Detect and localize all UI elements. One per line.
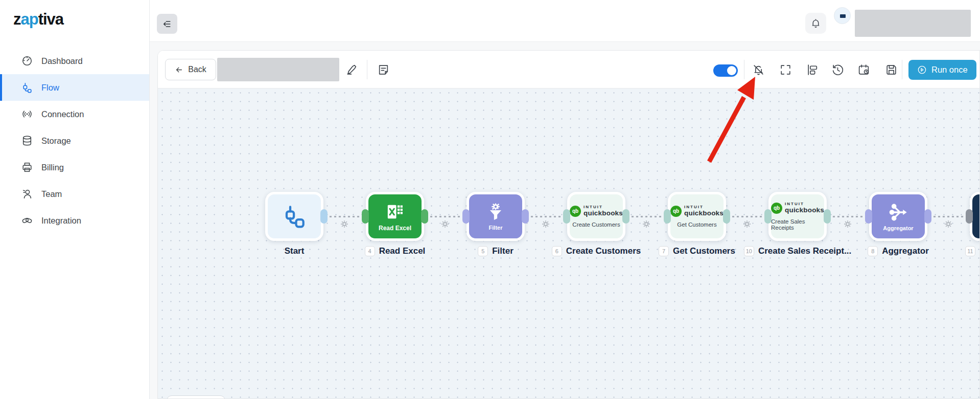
connector: [934, 216, 964, 217]
node-create-customers[interactable]: qb INTUITquickbooks Create Customers: [567, 192, 625, 241]
input-port[interactable]: [563, 209, 570, 224]
input-port[interactable]: [865, 209, 872, 224]
schedule-button[interactable]: [855, 61, 872, 78]
output-port[interactable]: [723, 209, 730, 224]
notification-bell-button[interactable]: [805, 13, 826, 34]
output-port[interactable]: [622, 209, 629, 224]
notes-button[interactable]: [375, 61, 392, 78]
card-caption: Aggregator: [883, 225, 913, 231]
sidebar-collapse-button[interactable]: [157, 14, 177, 34]
quickbooks-logo: qb INTUITquickbooks: [670, 205, 724, 217]
card-caption: Read Excel: [379, 225, 411, 232]
node-number-badge: 5: [478, 246, 488, 256]
flow-enabled-toggle[interactable]: [713, 64, 738, 77]
card-caption: Get Customers: [677, 221, 716, 228]
node-create-sales-receipts[interactable]: qb INTUITquickbooks Create Sales Receipt…: [768, 192, 827, 241]
connector-gear-icon[interactable]: [441, 220, 449, 228]
edit-title-button[interactable]: [343, 61, 360, 78]
sidebar-item-label: Storage: [41, 136, 71, 146]
sidebar-item-flow[interactable]: Flow: [0, 74, 149, 101]
input-port[interactable]: [764, 209, 772, 224]
connector: [330, 216, 360, 217]
input-port[interactable]: [462, 209, 470, 224]
toolbar-divider: [367, 60, 367, 79]
connector: [632, 216, 662, 217]
connector-gear-icon[interactable]: [340, 220, 348, 228]
auto-align-icon: [806, 63, 819, 76]
fullscreen-icon: [779, 63, 792, 76]
connector: [833, 216, 863, 217]
connection-icon: [21, 108, 33, 120]
connector-gear-icon[interactable]: [844, 220, 852, 228]
quickbooks-monogram-icon: qb: [670, 206, 682, 217]
back-button[interactable]: Back: [165, 59, 216, 80]
node-aggregator[interactable]: Aggregator: [869, 192, 927, 241]
redacted-flow-title: [217, 58, 339, 81]
input-port[interactable]: [664, 209, 671, 224]
sidebar-item-team[interactable]: Team: [0, 181, 149, 207]
node-number-badge: 8: [868, 246, 878, 256]
app-window: zaptiva Dashboard Flow Connection Storag…: [0, 0, 980, 399]
save-button[interactable]: [882, 61, 900, 78]
card-caption: Create Sales Receipts: [771, 218, 824, 231]
team-icon: [21, 188, 33, 199]
output-port[interactable]: [824, 209, 831, 224]
connector-gear-icon[interactable]: [542, 220, 550, 228]
quickbooks-monogram-icon: qb: [570, 206, 581, 217]
integration-icon: [21, 215, 33, 226]
canvas-zoom-control[interactable]: [167, 395, 225, 399]
sidebar-item-label: Dashboard: [41, 56, 83, 66]
toolbar-divider: [744, 60, 744, 79]
sidebar-item-label: Connection: [41, 109, 84, 119]
node-filter[interactable]: Filter: [466, 192, 525, 241]
connector: [531, 216, 561, 217]
billing-icon: [21, 162, 33, 173]
node-get-customers[interactable]: qb INTUITquickbooks Get Customers: [668, 192, 726, 241]
sidebar-item-storage[interactable]: Storage: [0, 127, 149, 154]
output-port[interactable]: [924, 209, 931, 224]
storage-icon: [21, 135, 33, 146]
notifications-off-button[interactable]: [750, 61, 767, 78]
history-button[interactable]: [829, 61, 846, 78]
notification-bell-icon: [810, 18, 821, 29]
start-flow-icon: [283, 205, 306, 228]
redacted-user-identity: [855, 10, 971, 37]
node-clipped[interactable]: [970, 192, 980, 241]
node-read-excel[interactable]: Read Excel: [366, 192, 424, 241]
back-label: Back: [188, 65, 206, 74]
connector: [732, 216, 762, 217]
node-number-badge: 6: [552, 246, 562, 256]
sidebar-item-connection[interactable]: Connection: [0, 101, 149, 127]
node-start[interactable]: [265, 192, 323, 241]
connector-gear-icon[interactable]: [944, 220, 952, 228]
output-port[interactable]: [522, 209, 529, 224]
node-label-aggregator: 8Aggregator: [822, 246, 975, 256]
run-once-button[interactable]: Run once: [908, 60, 976, 80]
run-once-label: Run once: [931, 65, 968, 75]
sidebar-menu: Dashboard Flow Connection Storage Billin…: [0, 48, 149, 234]
connector-gear-icon[interactable]: [743, 220, 751, 228]
quickbooks-monogram-icon: qb: [771, 203, 782, 214]
sidebar-item-label: Integration: [41, 216, 81, 226]
connector-gear-icon[interactable]: [642, 220, 650, 228]
notes-icon: [377, 63, 390, 76]
save-icon: [885, 63, 898, 76]
input-port[interactable]: [362, 209, 369, 224]
user-avatar[interactable]: [834, 7, 851, 24]
sidebar: zaptiva Dashboard Flow Connection Storag…: [0, 0, 150, 399]
input-port[interactable]: [966, 209, 973, 224]
sidebar-item-dashboard[interactable]: Dashboard: [0, 48, 149, 74]
flow-canvas[interactable]: Start Read Excel 4Read Excel Filter 5Fil…: [158, 88, 980, 399]
sidebar-item-integration[interactable]: Integration: [0, 207, 149, 234]
output-port[interactable]: [320, 209, 328, 224]
sidebar-item-label: Billing: [41, 163, 64, 172]
sidebar-item-billing[interactable]: Billing: [0, 154, 149, 181]
fullscreen-button[interactable]: [777, 61, 794, 78]
flow-panel: Back: [157, 50, 980, 399]
notifications-off-icon: [752, 63, 765, 76]
run-play-icon: [917, 65, 927, 75]
dashboard-icon: [21, 55, 33, 66]
output-port[interactable]: [421, 209, 428, 224]
auto-align-button[interactable]: [804, 61, 821, 78]
brand-logo: zaptiva: [13, 10, 63, 29]
